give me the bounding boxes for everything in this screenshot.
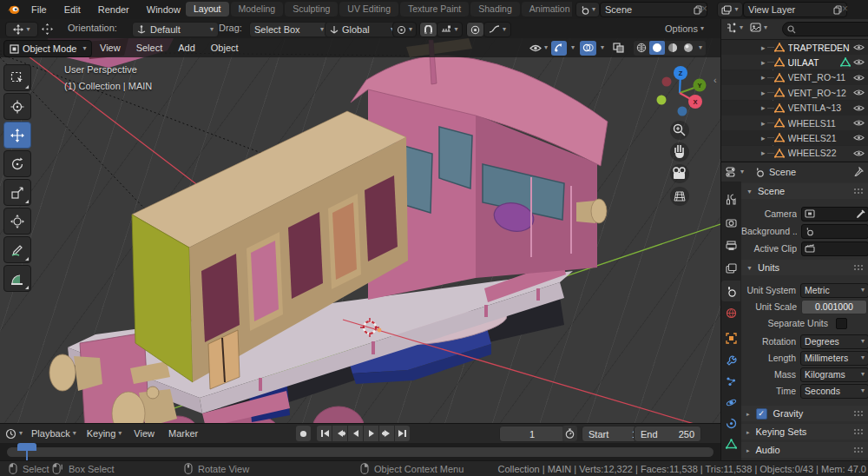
gizmos-dropdown[interactable]: ▾ <box>571 44 575 51</box>
current-frame-field[interactable]: 1 <box>499 426 565 442</box>
hide-eye-icon[interactable] <box>853 149 865 157</box>
hide-eye-icon[interactable] <box>853 74 865 82</box>
tool-rotate[interactable] <box>3 150 31 177</box>
tab-animation[interactable]: Animation <box>522 2 572 17</box>
tab-modeling[interactable]: Modeling <box>231 2 284 17</box>
tree-expand-icon[interactable]: ▸ <box>761 103 766 112</box>
tab-constraints[interactable] <box>721 413 740 433</box>
play-button[interactable] <box>364 426 378 441</box>
navigation-gizmo[interactable]: Z Y X <box>657 66 707 116</box>
tool-transform[interactable] <box>3 208 31 235</box>
view-layer-browse-button[interactable]: ▾ <box>717 2 743 17</box>
tab-view-layer[interactable] <box>721 258 740 279</box>
background-scene-field[interactable] <box>801 224 868 239</box>
viewport-3d[interactable]: Z Y X ‹ Object Mode ▾ ViewSelectAddObjec… <box>0 38 720 423</box>
view-menu[interactable]: View <box>134 428 155 439</box>
time-dropdown[interactable]: Seconds▾ <box>800 384 868 399</box>
tool-select-box[interactable] <box>3 64 31 91</box>
tab-uv-editing[interactable]: UV Editing <box>339 2 398 17</box>
panel-grip[interactable] <box>853 446 864 453</box>
outliner-item-vent_ro~12[interactable]: ▸VENT_RO~12 <box>721 85 868 100</box>
tweak-tool-icon[interactable] <box>42 23 53 35</box>
hide-eye-icon[interactable] <box>853 89 865 96</box>
unit-system-dropdown[interactable]: Metric▾ <box>800 283 868 298</box>
camera-view-control[interactable] <box>670 164 689 183</box>
prev-keyframe-button[interactable] <box>332 426 347 441</box>
hide-eye-icon[interactable] <box>853 58 865 66</box>
gizmos-toggle[interactable] <box>551 41 567 56</box>
keying-menu[interactable]: Keying▾ <box>87 428 122 439</box>
tab-world[interactable] <box>721 302 740 323</box>
object-visibility-dropdown[interactable]: ▾ <box>528 43 549 53</box>
marker-menu[interactable]: Marker <box>168 428 198 439</box>
proportional-editing-toggle[interactable] <box>466 22 484 37</box>
hide-eye-icon[interactable] <box>853 134 865 142</box>
timeline-editor-type-dropdown[interactable]: ▾ <box>5 428 23 440</box>
zoom-control[interactable] <box>670 121 689 140</box>
scene-browse-button[interactable]: ▾ <box>575 2 600 17</box>
active-tool-dropdown[interactable]: ▾ <box>5 22 38 37</box>
blender-logo-icon[interactable] <box>7 3 20 16</box>
tree-expand-icon[interactable]: ▸ <box>761 73 766 82</box>
keying-sets-panel-header[interactable]: ▸ Keying Sets <box>741 424 868 440</box>
audio-panel-header[interactable]: ▸ Audio <box>741 442 868 458</box>
tab-scene[interactable] <box>721 281 740 301</box>
tool-move[interactable] <box>3 122 31 149</box>
outliner-filter-dropdown[interactable]: ▾ <box>750 23 767 33</box>
pivot-point-dropdown[interactable]: ▾ <box>392 22 417 37</box>
tree-expand-icon[interactable]: ▸ <box>761 119 766 128</box>
tab-render[interactable] <box>721 213 740 234</box>
scene-panel-header[interactable]: ▼ Scene <box>741 183 868 199</box>
outliner-item-ventila~13[interactable]: ▸VENTILA~13 <box>721 101 868 116</box>
tree-expand-icon[interactable]: ▸ <box>761 89 766 97</box>
viewport-menu-select[interactable]: Select <box>128 38 171 57</box>
panel-grip[interactable] <box>853 188 864 195</box>
perspective-toggle-control[interactable] <box>670 187 689 206</box>
separate-units-checkbox[interactable] <box>836 318 847 329</box>
menu-file[interactable]: File <box>23 0 56 19</box>
unit-scale-field[interactable]: 0.001000 <box>801 300 867 314</box>
tree-expand-icon[interactable]: ▸ <box>761 58 766 67</box>
tab-physics[interactable] <box>721 392 740 413</box>
transform-orientation-dropdown[interactable]: Global ▾ <box>325 22 399 37</box>
shading-material-button[interactable] <box>665 41 681 55</box>
timeline-strip[interactable] <box>0 443 720 461</box>
tab-shading[interactable]: Shading <box>470 2 520 17</box>
playhead[interactable] <box>17 443 36 451</box>
tool-cursor[interactable] <box>3 93 31 120</box>
units-panel-header[interactable]: ▼ Units <box>741 260 868 275</box>
viewport-menu-view[interactable]: View <box>92 38 128 57</box>
panel-grip[interactable] <box>853 428 864 435</box>
mode-dropdown[interactable]: Object Mode ▾ <box>3 40 92 57</box>
copy-view-layer-icon[interactable] <box>833 5 842 15</box>
tab-object[interactable] <box>721 327 740 348</box>
outliner-item-uilaat[interactable]: ▸UILAAT <box>721 55 868 69</box>
shading-wireframe-button[interactable] <box>634 41 649 55</box>
xray-toggle[interactable] <box>610 43 627 53</box>
menu-edit[interactable]: Edit <box>56 0 89 19</box>
options-dropdown[interactable]: Options ▾ <box>665 22 704 36</box>
shading-rendered-button[interactable] <box>681 41 696 55</box>
orientation-dropdown[interactable]: Default ▾ <box>132 22 219 37</box>
menu-render[interactable]: Render <box>89 0 138 19</box>
tool-measure[interactable] <box>3 265 31 292</box>
gravity-checkbox[interactable]: ✓ <box>756 408 767 420</box>
viewport-menu-object[interactable]: Object <box>203 38 247 57</box>
hide-eye-icon[interactable] <box>853 119 865 127</box>
outliner-item-wheels21[interactable]: ▸WHEELS21 <box>721 130 868 145</box>
frame-end-field[interactable]: End 250 <box>634 426 701 442</box>
pin-icon[interactable] <box>854 167 864 176</box>
viewport-menu-add[interactable]: Add <box>170 38 203 57</box>
properties-editor-type-dropdown[interactable]: ▾ <box>726 167 744 177</box>
tree-expand-icon[interactable]: ▸ <box>761 134 766 142</box>
tab-texture-paint[interactable]: Texture Paint <box>400 2 469 17</box>
pan-control[interactable] <box>670 142 689 162</box>
outliner-item-vent_ro~11[interactable]: ▸VENT_RO~11 <box>721 70 868 85</box>
shading-solid-button[interactable] <box>649 41 665 55</box>
tab-modifiers[interactable] <box>721 350 740 371</box>
outliner-search-input[interactable] <box>782 22 868 36</box>
tab-object-data[interactable] <box>721 433 740 454</box>
tab-layout[interactable]: Layout <box>186 2 229 17</box>
menu-window[interactable]: Window <box>138 0 189 19</box>
tool-scale[interactable] <box>3 179 31 206</box>
